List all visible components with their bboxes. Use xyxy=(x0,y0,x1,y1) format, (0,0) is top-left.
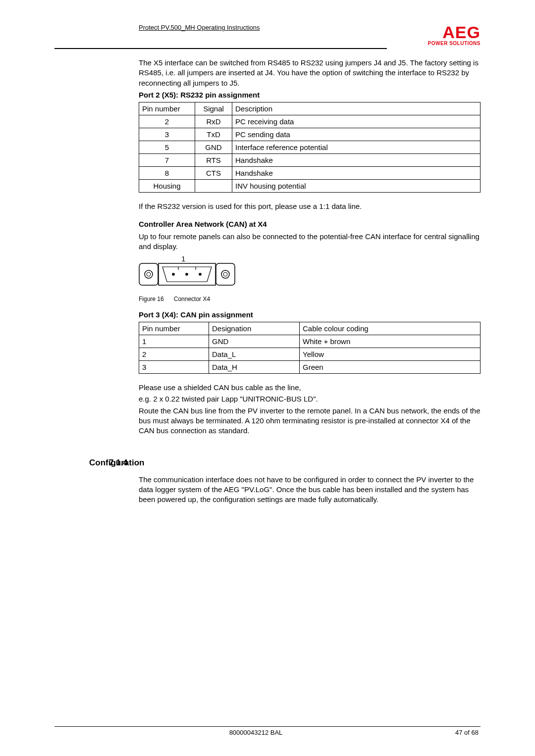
cell-pin: 5 xyxy=(139,141,195,154)
table-header: Cable colour coding xyxy=(300,322,481,335)
cell-designation: Data_L xyxy=(209,348,300,361)
cell-desc: Interface reference potential xyxy=(232,141,481,154)
cell-pin: 2 xyxy=(139,115,195,128)
table-row: 2 RxD PC receiving data xyxy=(139,115,481,128)
table-row: 3 TxD PC sending data xyxy=(139,128,481,141)
footer-page-number: 47 of 68 xyxy=(455,729,479,736)
rs232-note: If the RS232 version is used for this po… xyxy=(139,202,481,211)
figure-pin-label: 1 xyxy=(181,254,481,263)
cell-colour: Green xyxy=(300,361,481,374)
svg-point-11 xyxy=(223,272,227,276)
cell-pin: 8 xyxy=(139,167,195,180)
page-footer: 80000043212 BAL 47 of 68 xyxy=(54,726,481,736)
cell-pin: Housing xyxy=(139,180,195,193)
table-header: Signal xyxy=(195,102,232,115)
table-header-row: Pin number Signal Description xyxy=(139,102,481,115)
shielded-note-line2: e.g. 2 x 0.22 twisted pair Lapp "UNITRON… xyxy=(139,394,481,404)
table-header: Description xyxy=(232,102,481,115)
footer-doc-id: 80000043212 BAL xyxy=(229,729,283,736)
cell-designation: GND xyxy=(209,335,300,348)
cell-signal: RxD xyxy=(195,115,232,128)
section-number: 7.1.4 xyxy=(109,458,128,468)
table-header-row: Pin number Designation Cable colour codi… xyxy=(139,322,481,335)
header-rule xyxy=(54,48,387,49)
table-row: 2 Data_L Yellow xyxy=(139,348,481,361)
connector-x4-icon xyxy=(139,263,238,289)
figure-caption: Figure 16 Connector X4 xyxy=(139,295,481,303)
cell-desc: PC receiving data xyxy=(232,115,481,128)
configuration-text: The communication interface does not hav… xyxy=(139,475,481,505)
svg-point-10 xyxy=(221,270,229,278)
figure-number: Figure 16 xyxy=(139,296,164,302)
cell-signal: RTS xyxy=(195,154,232,167)
cell-desc: Handshake xyxy=(232,167,481,180)
port3-table: Pin number Designation Cable colour codi… xyxy=(139,322,481,374)
svg-point-7 xyxy=(185,273,188,276)
intro-paragraph: The X5 interface can be switched from RS… xyxy=(139,58,481,88)
cell-pin: 7 xyxy=(139,154,195,167)
logo-text: AEG xyxy=(428,24,481,41)
table-row: 5 GND Interface reference potential xyxy=(139,141,481,154)
svg-point-1 xyxy=(145,270,153,278)
svg-point-2 xyxy=(147,272,151,276)
route-note: Route the CAN bus line from the PV inver… xyxy=(139,406,481,436)
table-row: 8 CTS Handshake xyxy=(139,167,481,180)
cell-pin: 2 xyxy=(139,348,209,361)
logo-subtext: POWER SOLUTIONS xyxy=(428,41,481,46)
table-row: 1 GND White + brown xyxy=(139,335,481,348)
cell-signal xyxy=(195,180,232,193)
cell-signal: GND xyxy=(195,141,232,154)
cell-desc: Handshake xyxy=(232,154,481,167)
table-header: Pin number xyxy=(139,322,209,335)
cell-pin: 1 xyxy=(139,335,209,348)
svg-rect-9 xyxy=(216,263,235,285)
table-header: Designation xyxy=(209,322,300,335)
cell-colour: Yellow xyxy=(300,348,481,361)
svg-point-6 xyxy=(172,273,175,276)
table-row: Housing INV housing potential xyxy=(139,180,481,193)
cell-pin: 3 xyxy=(139,128,195,141)
svg-rect-0 xyxy=(139,263,158,285)
table-header: Pin number xyxy=(139,102,195,115)
port2-heading: Port 2 (X5): RS232 pin assignment xyxy=(139,90,481,100)
cell-signal: TxD xyxy=(195,128,232,141)
doc-header-title: Protect PV.500_MH Operating Instructions xyxy=(139,24,260,31)
port2-table: Pin number Signal Description 2 RxD PC r… xyxy=(139,102,481,193)
can-heading: Controller Area Network (CAN) at X4 xyxy=(139,219,481,229)
cell-desc: INV housing potential xyxy=(232,180,481,193)
brand-logo: AEG POWER SOLUTIONS xyxy=(428,24,481,46)
footer-rule xyxy=(54,726,481,727)
cell-desc: PC sending data xyxy=(232,128,481,141)
can-text: Up to four remote panels can also be con… xyxy=(139,232,481,252)
cell-pin: 3 xyxy=(139,361,209,374)
shielded-note-line1: Please use a shielded CAN bus cable as t… xyxy=(139,383,481,393)
table-row: 7 RTS Handshake xyxy=(139,154,481,167)
svg-point-8 xyxy=(199,273,202,276)
connector-figure: 1 xyxy=(139,254,481,290)
port3-heading: Port 3 (X4): CAN pin assignment xyxy=(139,310,481,320)
cell-designation: Data_H xyxy=(209,361,300,374)
figure-title: Connector X4 xyxy=(174,296,210,302)
cell-signal: CTS xyxy=(195,167,232,180)
table-row: 3 Data_H Green xyxy=(139,361,481,374)
cell-colour: White + brown xyxy=(300,335,481,348)
